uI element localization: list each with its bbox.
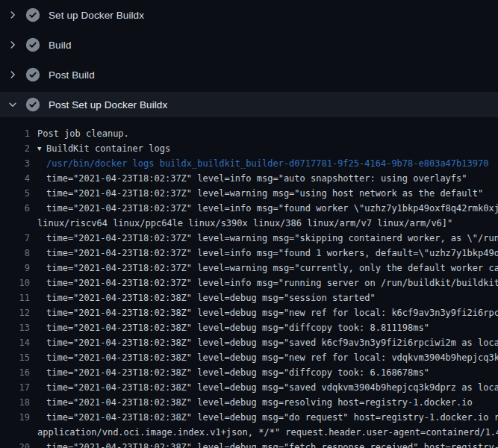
log-line: 10time="2021-04-23T18:02:37Z" level=info… [0, 276, 498, 290]
line-number[interactable]: 17 [0, 380, 30, 395]
line-number[interactable]: 8 [0, 246, 30, 261]
log-text: time="2021-04-23T18:02:38Z" level=debug … [37, 335, 498, 350]
log-text: application/vnd.oci.image.index.v1+json,… [37, 425, 498, 440]
step-row-post-build[interactable]: Post Build [0, 60, 498, 90]
line-number [0, 425, 30, 440]
step-label: Build [49, 40, 72, 51]
log-text: time="2021-04-23T18:02:38Z" level=debug … [37, 380, 498, 395]
group-collapse-icon[interactable]: ▼ [37, 141, 46, 156]
log-command-text: /usr/bin/docker logs buildx_buildkit_bui… [37, 156, 488, 171]
log-line: application/vnd.oci.image.index.v1+json,… [0, 425, 498, 440]
check-circle-icon [25, 67, 40, 82]
log-text: time="2021-04-23T18:02:38Z" level=debug … [37, 440, 498, 448]
log-line: 7time="2021-04-23T18:02:37Z" level=warni… [0, 231, 498, 246]
line-number[interactable]: 10 [0, 276, 30, 290]
log-line: 18time="2021-04-23T18:02:38Z" level=debu… [0, 395, 498, 410]
log-text: time="2021-04-23T18:02:38Z" level=debug … [37, 410, 498, 425]
line-number[interactable]: 11 [0, 290, 30, 305]
log-line: 9time="2021-04-23T18:02:37Z" level=warni… [0, 261, 498, 276]
log-line: 15time="2021-04-23T18:02:38Z" level=debu… [0, 350, 498, 365]
log-text: time="2021-04-23T18:02:38Z" level=debug … [37, 290, 376, 305]
line-number[interactable]: 9 [0, 261, 30, 276]
log-text: time="2021-04-23T18:02:37Z" level=info m… [37, 171, 467, 186]
line-number[interactable]: 14 [0, 335, 30, 350]
line-number[interactable]: 19 [0, 410, 30, 425]
check-circle-icon [25, 7, 40, 22]
step-row-build[interactable]: Build [0, 30, 498, 60]
log-text: time="2021-04-23T18:02:38Z" level=debug … [37, 395, 473, 410]
log-line: 8time="2021-04-23T18:02:37Z" level=info … [0, 246, 498, 261]
log-text: time="2021-04-23T18:02:38Z" level=debug … [37, 365, 429, 380]
log-line: 3/usr/bin/docker logs buildx_buildkit_bu… [0, 156, 498, 171]
step-label: Post Set up Docker Buildx [49, 99, 167, 111]
line-number[interactable]: 3 [0, 156, 30, 171]
step-list: Set up Docker Buildx Build Post Build Po… [0, 0, 498, 117]
step-label: Set up Docker Buildx [49, 10, 144, 21]
line-number[interactable]: 1 [0, 126, 30, 141]
line-number [0, 216, 30, 231]
log-text: time="2021-04-23T18:02:38Z" level=debug … [37, 305, 498, 320]
log-text: time="2021-04-23T18:02:37Z" level=info m… [37, 246, 498, 261]
log-line: 2▼BuildKit container logs [0, 141, 498, 156]
log-line: 12time="2021-04-23T18:02:38Z" level=debu… [0, 305, 498, 320]
line-number[interactable]: 13 [0, 320, 30, 335]
log-text: ▼BuildKit container logs [37, 141, 170, 156]
line-number[interactable]: 15 [0, 350, 30, 365]
line-number[interactable]: 5 [0, 186, 30, 201]
chevron-down-icon[interactable] [7, 99, 19, 111]
line-number[interactable]: 2 [0, 141, 30, 156]
step-label: Post Build [49, 69, 95, 81]
log-line: 11time="2021-04-23T18:02:38Z" level=debu… [0, 290, 498, 305]
log-text: linux/riscv64 linux/ppc64le linux/s390x … [37, 216, 452, 231]
log-line: 1Post job cleanup. [0, 126, 498, 141]
chevron-right-icon[interactable] [7, 39, 19, 51]
chevron-right-icon[interactable] [7, 69, 19, 81]
log-text: time="2021-04-23T18:02:37Z" level=warnin… [37, 261, 498, 276]
check-circle-icon [25, 37, 40, 52]
log-line: 20time="2021-04-23T18:02:38Z" level=debu… [0, 440, 498, 448]
log-viewer: 1Post job cleanup.2▼BuildKit container l… [0, 119, 498, 448]
check-circle-icon [25, 97, 40, 112]
step-row-set-up-docker-buildx[interactable]: Set up Docker Buildx [0, 0, 498, 30]
line-number[interactable]: 18 [0, 395, 30, 410]
log-line: 14time="2021-04-23T18:02:38Z" level=debu… [0, 335, 498, 350]
line-number[interactable]: 12 [0, 305, 30, 320]
line-number[interactable]: 6 [0, 201, 30, 216]
log-line: 13time="2021-04-23T18:02:38Z" level=debu… [0, 320, 498, 335]
log-line: 17time="2021-04-23T18:02:38Z" level=debu… [0, 380, 498, 395]
step-row-post-set-up-docker-buildx[interactable]: Post Set up Docker Buildx [0, 92, 498, 117]
group-title[interactable]: BuildKit container logs [46, 143, 170, 154]
line-number[interactable]: 20 [0, 440, 30, 448]
log-text: time="2021-04-23T18:02:37Z" level=info m… [37, 276, 498, 290]
line-number[interactable]: 4 [0, 171, 30, 186]
log-line: linux/riscv64 linux/ppc64le linux/s390x … [0, 216, 498, 231]
log-text: time="2021-04-23T18:02:38Z" level=debug … [37, 350, 498, 365]
log-line: 4time="2021-04-23T18:02:37Z" level=info … [0, 171, 498, 186]
log-text: time="2021-04-23T18:02:37Z" level=warnin… [37, 186, 483, 201]
chevron-right-icon[interactable] [7, 9, 19, 21]
line-number[interactable]: 7 [0, 231, 30, 246]
log-text: time="2021-04-23T18:02:37Z" level=warnin… [37, 231, 498, 246]
log-text: time="2021-04-23T18:02:37Z" level=info m… [37, 201, 498, 216]
log-line: 16time="2021-04-23T18:02:38Z" level=debu… [0, 365, 498, 380]
log-text: Post job cleanup. [37, 126, 129, 141]
line-number[interactable]: 16 [0, 365, 30, 380]
log-text: time="2021-04-23T18:02:38Z" level=debug … [37, 320, 429, 335]
log-line: 6time="2021-04-23T18:02:37Z" level=info … [0, 201, 498, 216]
log-line: 19time="2021-04-23T18:02:38Z" level=debu… [0, 410, 498, 425]
log-line: 5time="2021-04-23T18:02:37Z" level=warni… [0, 186, 498, 201]
